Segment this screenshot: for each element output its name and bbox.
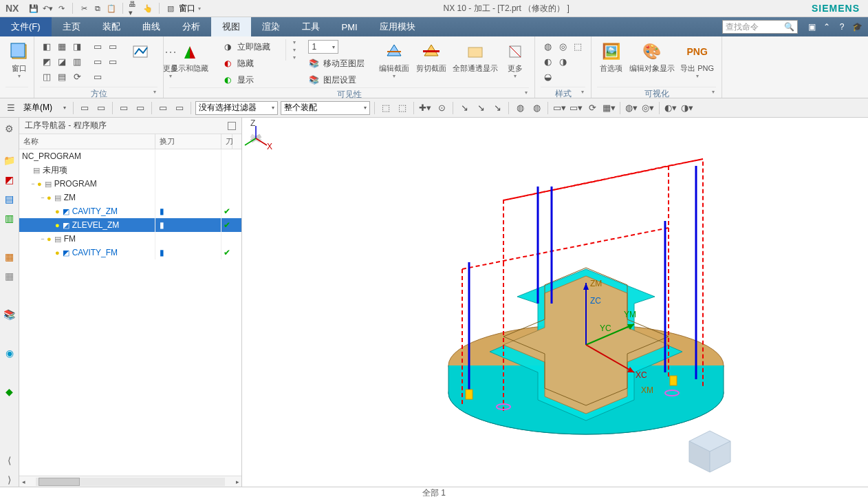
nav-tool-icon[interactable]: ▤ [3,192,17,206]
style-icon-4[interactable]: ◐ [541,54,554,68]
show-item[interactable]: ◐显示 [218,72,274,87]
tree-zm[interactable]: −●▤ZM [19,191,241,204]
touch-icon[interactable]: 👆 [142,3,153,14]
preferences-button[interactable]: 🖼️ 首选项 [597,39,625,74]
style-icon-5[interactable]: ◑ [556,54,569,68]
tab-app[interactable]: 应用模块 [369,17,426,36]
tb-icon-9[interactable]: ◍ [530,101,543,115]
layer-setting-item[interactable]: 📚图层设置 [304,72,369,87]
tab-pmi[interactable]: PMI [331,17,369,36]
tb-icon-16[interactable]: ◐▾ [664,101,677,115]
orient-view-1[interactable]: ▭ [91,39,105,53]
collapse-ribbon-icon[interactable]: ⌃ [821,21,832,32]
tb-icon-14[interactable]: ◍▾ [625,101,638,115]
clip-section-button[interactable]: 剪切截面 [414,39,448,74]
help-icon[interactable]: ? [836,21,847,32]
tree-unused[interactable]: ▤未用项 [19,163,241,177]
style-icon-3[interactable]: ⬚ [571,39,585,53]
hide-item[interactable]: ◐隐藏 [218,56,274,71]
filter-combo[interactable]: 没有选择过滤器▾ [195,101,278,115]
tb-icon-10[interactable]: ▭▾ [552,101,566,115]
tab-view[interactable]: 视图 [211,17,251,36]
sel-icon-1[interactable]: ▭ [78,101,91,115]
nav-geom-icon[interactable]: ◩ [3,173,17,187]
tb-icon-1[interactable]: ⬚ [379,101,393,115]
style-icon-1[interactable]: ◍ [541,39,554,53]
edit-section-button[interactable]: 编辑截面 ▾ [377,39,411,81]
orient-icon-8[interactable]: ▤ [55,70,69,83]
sel-icon-4[interactable]: ▭ [133,101,147,115]
move-to-layer-item[interactable]: 📚移动至图层 [304,56,369,71]
orient-view-2[interactable]: ▭ [106,39,120,53]
tab-tool[interactable]: 工具 [291,17,331,36]
orient-view-3[interactable]: ▭ [91,54,105,68]
tab-assembly[interactable]: 装配 [91,17,131,36]
orient-icon-6[interactable]: ▥ [70,54,84,68]
print-icon[interactable]: 🖶▾ [129,3,140,14]
tb-icon-2[interactable]: ⬚ [395,101,409,115]
tb-icon-5[interactable]: ↘ [457,101,471,115]
tab-file[interactable]: 文件(F) [0,17,52,36]
command-search[interactable]: 查找命令 🔍 [722,20,798,34]
nav-method-icon[interactable]: ▥ [3,211,17,225]
save-icon[interactable]: 💾 [28,3,39,14]
nav-op-icon[interactable]: 📁 [3,153,17,167]
window-menu-label[interactable]: 窗口 [179,3,195,14]
immediate-hide-item[interactable]: ◑立即隐藏 [218,39,274,54]
export-png-button[interactable]: PNG 导出 PNG ▾ [678,39,716,81]
tab-render[interactable]: 渲染 [251,17,291,36]
style-icon-6[interactable]: ◒ [541,70,554,83]
orient-icon-1[interactable]: ◧ [40,39,54,53]
paste-icon[interactable]: 📋 [106,3,117,14]
all-transparent-button[interactable]: 全部通透显示 [451,39,499,74]
tb-icon-3[interactable]: ✚▾ [418,101,432,115]
window-button[interactable]: 窗口 ▾ [6,39,33,81]
tb-icon-11[interactable]: ▭▾ [569,101,583,115]
orient-icon-9[interactable]: ⟳ [70,70,84,83]
nav-reuse-icon[interactable]: ▦ [3,269,17,283]
sel-icon-6[interactable]: ▭ [173,101,186,115]
tree-cavity-zm[interactable]: ●◩CAVITY_ZM▮✔ [19,204,241,218]
window-icon[interactable]: ▧ [165,3,176,14]
graduation-icon[interactable]: 🎓 [851,21,862,32]
nav-wifi-icon[interactable]: ◉ [3,346,17,360]
orient-view-5[interactable]: ▭ [91,70,105,83]
navigator-hscroll[interactable]: ◂▸ [19,476,241,487]
sel-icon-3[interactable]: ▭ [117,101,131,115]
layer-num-combo[interactable]: 1▾ [304,39,369,54]
navigator-undock-icon[interactable] [228,122,236,130]
orient-icon-2[interactable]: ▦ [55,39,69,53]
tree-fm[interactable]: −●▤FM [19,232,241,246]
tb-icon-8[interactable]: ◍ [513,101,527,115]
orient-icon-4[interactable]: ◩ [40,54,54,68]
menu-icon[interactable]: ☰ [4,101,18,115]
orient-view-4[interactable]: ▭ [106,54,120,68]
tb-icon-15[interactable]: ◎▾ [641,101,655,115]
tree-root[interactable]: NC_PROGRAM [19,149,241,163]
navigator-tree[interactable]: NC_PROGRAM ▤未用项 −●▤PROGRAM −●▤ZM ●◩CAVIT… [19,149,241,476]
nav-pin-icon[interactable]: ⟩ [3,473,17,487]
assembly-combo[interactable]: 整个装配▾ [281,101,370,115]
tb-icon-12[interactable]: ⟳ [585,101,599,115]
edit-object-display-button[interactable]: 🎨 编辑对象显示 [628,39,676,74]
nav-history-icon[interactable]: 📚 [3,308,17,321]
tree-zlevel-zm[interactable]: ●◩ZLEVEL_ZM▮✔ [19,218,241,232]
tb-icon-7[interactable]: ↘ [490,101,504,115]
restore-icon[interactable]: ▣ [806,21,817,32]
nav-collapse-icon[interactable]: ⟨ [3,454,17,467]
tb-icon-4[interactable]: ⊙ [435,101,448,115]
tab-analysis[interactable]: 分析 [171,17,211,36]
menu-combo[interactable]: 菜单(M)▾ [21,101,69,115]
cut-icon[interactable]: ✂ [78,3,89,14]
copy-icon[interactable]: ⧉ [92,3,103,14]
graphics-viewport[interactable]: ZM ZC YM YC XC XM [242,118,868,487]
orient-icon-5[interactable]: ◪ [55,54,69,68]
col-name[interactable]: 名称 [19,134,155,149]
style-icon-2[interactable]: ◎ [556,39,569,53]
tb-icon-13[interactable]: ▦▾ [602,101,616,115]
orient-icon-3[interactable]: ◨ [70,39,84,53]
orient-icon-7[interactable]: ◫ [40,70,54,83]
nav-shape-icon[interactable]: ◆ [3,385,17,399]
visibility-more-button[interactable]: 更多 ▾ [501,39,529,81]
orient-plot-button[interactable] [127,39,154,64]
